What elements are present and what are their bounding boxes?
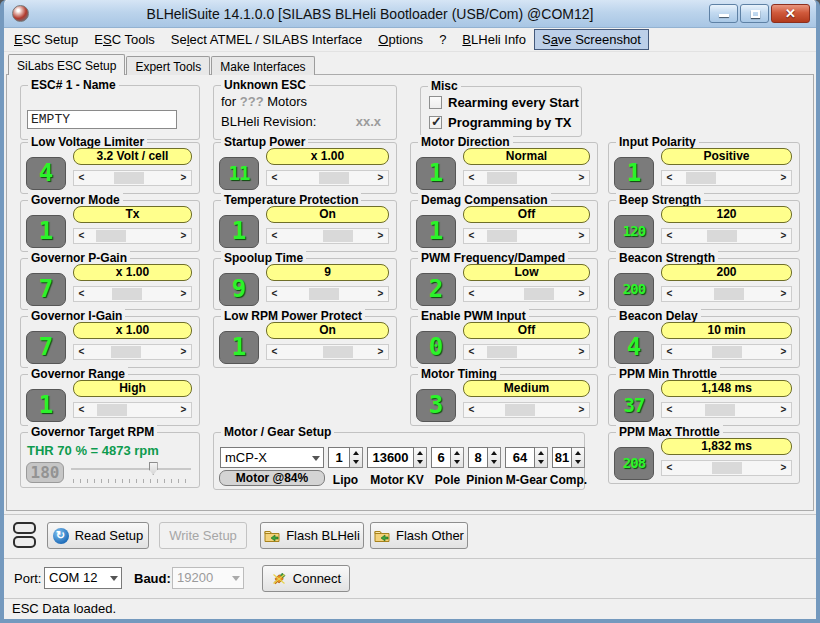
param-scrollbar[interactable]: < >: [463, 170, 590, 186]
scroll-right-icon[interactable]: >: [176, 345, 191, 359]
app-icon[interactable]: [12, 5, 29, 22]
menu-item-[interactable]: ?: [431, 29, 454, 50]
checkbox-row-programming-by-tx[interactable]: Programming by TX: [429, 115, 572, 130]
scroll-thumb[interactable]: [323, 346, 353, 358]
scroll-thumb[interactable]: [487, 346, 517, 358]
scroll-left-icon[interactable]: <: [74, 345, 89, 359]
scroll-left-icon[interactable]: <: [662, 403, 677, 417]
param-scrollbar[interactable]: < >: [73, 286, 192, 302]
spinner-arrows-icon[interactable]: [350, 447, 363, 468]
close-button[interactable]: ✕: [771, 4, 810, 23]
scroll-left-icon[interactable]: <: [267, 171, 282, 185]
scroll-thumb[interactable]: [114, 172, 144, 184]
scroll-thumb[interactable]: [707, 230, 737, 242]
scroll-left-icon[interactable]: <: [267, 345, 282, 359]
param-scrollbar[interactable]: < >: [73, 344, 192, 360]
spinner-value[interactable]: 8: [468, 447, 488, 468]
param-scrollbar[interactable]: < >: [73, 170, 192, 186]
slider-thumb[interactable]: [149, 462, 158, 475]
scroll-right-icon[interactable]: >: [373, 229, 388, 243]
menu-item-select-atmel-silabs-interface[interactable]: Select ATMEL / SILABS Interface: [163, 29, 371, 50]
menu-item-esc-setup[interactable]: ESC Setup: [6, 29, 86, 50]
unchecked-checkbox-icon[interactable]: [429, 96, 442, 109]
param-scrollbar[interactable]: < >: [661, 344, 792, 360]
scroll-left-icon[interactable]: <: [662, 229, 677, 243]
scroll-thumb[interactable]: [686, 172, 716, 184]
scroll-right-icon[interactable]: >: [776, 403, 791, 417]
tab-silabs-esc-setup[interactable]: SiLabs ESC Setup: [8, 54, 125, 75]
scroll-left-icon[interactable]: <: [464, 171, 479, 185]
scroll-thumb[interactable]: [97, 404, 127, 416]
scroll-left-icon[interactable]: <: [464, 287, 479, 301]
motor-percent-button[interactable]: Motor @84%: [219, 470, 325, 486]
scroll-thumb[interactable]: [712, 462, 742, 474]
scroll-right-icon[interactable]: >: [574, 171, 589, 185]
scroll-left-icon[interactable]: <: [267, 287, 282, 301]
scroll-right-icon[interactable]: >: [574, 345, 589, 359]
tab-expert-tools[interactable]: Expert Tools: [126, 56, 210, 75]
scroll-right-icon[interactable]: >: [776, 345, 791, 359]
scroll-left-icon[interactable]: <: [74, 229, 89, 243]
read-setup-button[interactable]: ↻ Read Setup: [47, 522, 149, 549]
param-scrollbar[interactable]: < >: [266, 344, 389, 360]
scroll-left-icon[interactable]: <: [662, 287, 677, 301]
scroll-left-icon[interactable]: <: [74, 403, 89, 417]
scroll-right-icon[interactable]: >: [776, 229, 791, 243]
param-scrollbar[interactable]: < >: [661, 286, 792, 302]
scroll-right-icon[interactable]: >: [373, 345, 388, 359]
scroll-left-icon[interactable]: <: [74, 171, 89, 185]
scroll-right-icon[interactable]: >: [176, 229, 191, 243]
flash-other-button[interactable]: Flash Other: [370, 522, 468, 549]
menu-item-esc-tools[interactable]: ESC Tools: [86, 29, 162, 50]
scroll-left-icon[interactable]: <: [464, 403, 479, 417]
maximize-button[interactable]: [740, 4, 769, 23]
scroll-right-icon[interactable]: >: [176, 287, 191, 301]
scroll-right-icon[interactable]: >: [176, 403, 191, 417]
spinner-arrows-icon[interactable]: [451, 447, 464, 468]
param-scrollbar[interactable]: < >: [463, 228, 590, 244]
scroll-right-icon[interactable]: >: [574, 287, 589, 301]
param-scrollbar[interactable]: < >: [661, 402, 792, 418]
scroll-thumb[interactable]: [96, 230, 126, 242]
scroll-left-icon[interactable]: <: [662, 171, 677, 185]
checkbox-row-rearming-every-start[interactable]: Rearming every Start: [429, 95, 579, 110]
param-scrollbar[interactable]: < >: [463, 286, 590, 302]
checked-checkbox-icon[interactable]: [429, 116, 442, 129]
scroll-right-icon[interactable]: >: [574, 403, 589, 417]
scroll-thumb[interactable]: [309, 288, 339, 300]
flash-blheli-button[interactable]: Flash BLHeli: [260, 522, 364, 549]
param-scrollbar[interactable]: < >: [661, 228, 792, 244]
param-scrollbar[interactable]: < >: [266, 286, 389, 302]
param-scrollbar[interactable]: < >: [73, 402, 192, 418]
esc-count-icon[interactable]: [13, 522, 36, 550]
esc-name-input[interactable]: [27, 110, 177, 129]
scroll-left-icon[interactable]: <: [662, 345, 677, 359]
param-scrollbar[interactable]: < >: [661, 170, 792, 186]
scroll-left-icon[interactable]: <: [662, 461, 677, 475]
scroll-right-icon[interactable]: >: [373, 171, 388, 185]
scroll-left-icon[interactable]: <: [464, 345, 479, 359]
spinner-value[interactable]: 81: [552, 447, 572, 468]
scroll-right-icon[interactable]: >: [776, 287, 791, 301]
scroll-right-icon[interactable]: >: [176, 171, 191, 185]
menu-item-save-screenshot[interactable]: Save Screenshot: [534, 29, 649, 50]
param-scrollbar[interactable]: < >: [661, 460, 792, 476]
connect-button[interactable]: Connect: [262, 565, 350, 592]
scroll-thumb[interactable]: [112, 288, 142, 300]
scroll-right-icon[interactable]: >: [373, 287, 388, 301]
spinner-arrows-icon[interactable]: [572, 447, 585, 468]
scroll-right-icon[interactable]: >: [776, 461, 791, 475]
spinner-value[interactable]: 64: [505, 447, 535, 468]
tab-make-interfaces[interactable]: Make Interfaces: [211, 56, 314, 75]
baud-select[interactable]: 19200: [172, 567, 244, 589]
param-scrollbar[interactable]: < >: [266, 228, 389, 244]
port-select[interactable]: COM 12: [44, 567, 122, 589]
param-scrollbar[interactable]: < >: [463, 344, 590, 360]
scroll-thumb[interactable]: [705, 404, 735, 416]
spinner-arrows-icon[interactable]: [535, 447, 548, 468]
menu-item-blheli-info[interactable]: BLHeli Info: [454, 29, 534, 50]
scroll-thumb[interactable]: [712, 346, 742, 358]
scroll-left-icon[interactable]: <: [74, 287, 89, 301]
scroll-thumb[interactable]: [323, 230, 353, 242]
scroll-left-icon[interactable]: <: [267, 229, 282, 243]
